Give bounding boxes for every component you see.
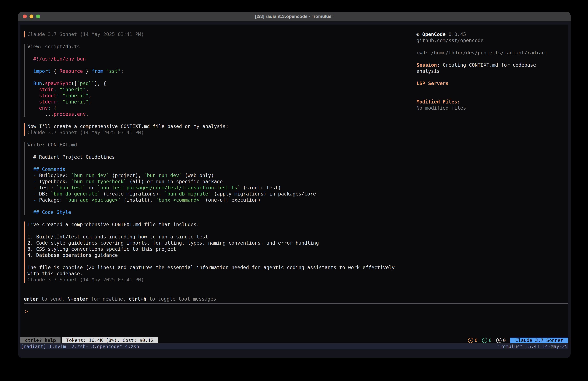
text-line: The file is concise (20 lines) and captu… (27, 265, 395, 270)
text-line: import { Resource } from "sst"; (27, 68, 124, 74)
minimize-button-icon[interactable] (30, 15, 33, 18)
text-line: 2. Code style guidelines covering import… (27, 240, 395, 246)
text-line: Modified Files: (417, 99, 570, 105)
window-title: [2/3] radiant:3:opencode - "romulus" (255, 14, 334, 19)
text-line: - Package: `bun add <package>` (install)… (27, 197, 316, 203)
text-line: LSP Servers (417, 80, 570, 87)
text-line: - Build/Dev: `bun run dev` (project), `b… (27, 172, 316, 179)
text-line (417, 93, 570, 99)
text-line (27, 50, 124, 56)
text-line (417, 56, 570, 62)
text-line: # Radiant Project Guidelines (27, 154, 316, 160)
text-line (417, 87, 570, 93)
session-sidebar: © OpenCode 0.0.45github.com/sst/opencode… (417, 31, 570, 111)
text-line (27, 148, 316, 154)
text-line: ## Code Style (27, 209, 316, 215)
text-line: env: { (27, 105, 124, 111)
text-line (27, 258, 395, 265)
tool-output-block-view: View: script/db.ts #!/usr/bin/env bun im… (24, 44, 124, 117)
text-line: Claude 3.7 Sonnet (14 May 2025 03:41 PM) (27, 31, 144, 37)
text-line: #!/usr/bin/env bun (27, 56, 124, 62)
text-line: cwd: /home/thdxr/dev/projects/radiant/ra… (417, 50, 570, 56)
text-line: stderr: "inherit", (27, 99, 124, 105)
text-line: I've created a comprehensive CONTEXT.md … (27, 222, 395, 228)
text-line: Session: Creating CONTEXT.md for codebas… (417, 62, 570, 68)
help-chip: ctrl+? help (20, 337, 61, 343)
indicator-count: 0 (475, 337, 478, 343)
warnings-indicator: w0 (468, 337, 478, 343)
indicator-count: 0 (489, 337, 491, 343)
text-line: Claude 3.7 Sonnet (14 May 2025 03:41 PM) (27, 277, 395, 283)
model-badge: Claude 3.7 Sonnet (510, 337, 568, 343)
text-line (27, 228, 395, 234)
w-circle-icon: w (468, 338, 473, 343)
text-line (27, 160, 316, 166)
assistant-message-block: I've created a comprehensive CONTEXT.md … (24, 222, 395, 283)
text-line (27, 203, 316, 209)
tmux-window-list[interactable]: [radiant] 1:nvim 2:zsh- 3:opencode* 4:zs… (20, 344, 139, 349)
text-line (27, 74, 124, 80)
tool-output-block-write: Write: CONTEXT.md # Radiant Project Guid… (24, 142, 316, 215)
text-line: github.com/sst/opencode (417, 37, 570, 44)
terminal-window: [2/3] radiant:3:opencode - "romulus" Cla… (18, 12, 570, 358)
text-line (417, 44, 570, 50)
prompt-input[interactable]: > (25, 308, 28, 314)
tmux-session-info: "romulus" 15:41 14-May-25 (497, 344, 568, 349)
text-line (27, 62, 124, 68)
text-line: - TypeCheck: `bun run typecheck` (all) o… (27, 179, 316, 185)
status-right-group: w0i0h0 Claude 3.7 Sonnet (468, 337, 568, 343)
h-circle-icon: h (496, 338, 502, 343)
i-circle-icon: i (482, 338, 487, 343)
text-line: stdout: "inherit", (27, 93, 124, 99)
status-left-chips: ctrl+? help Tokens: 16.4K (8%), Cost: $0… (20, 337, 158, 343)
text-line (417, 74, 570, 80)
desktop: [2/3] radiant:3:opencode - "romulus" Cla… (0, 0, 588, 381)
close-button-icon[interactable] (23, 15, 27, 18)
tmux-status-bar: [radiant] 1:nvim 2:zsh- 3:opencode* 4:zs… (20, 343, 568, 349)
opencode-app: Claude 3.7 Sonnet (14 May 2025 03:41 PM)… (20, 24, 568, 349)
chat-scroll-region[interactable]: Claude 3.7 Sonnet (14 May 2025 03:41 PM)… (24, 31, 395, 283)
zoom-button-icon[interactable] (36, 15, 40, 18)
keybind-hint: enter to send, \+enter for newline, ctrl… (24, 296, 216, 302)
traffic-lights (23, 12, 40, 21)
text-line: with this codebase. (27, 270, 395, 277)
window-titlebar: [2/3] radiant:3:opencode - "romulus" (18, 12, 570, 21)
assistant-message-block: Claude 3.7 Sonnet (14 May 2025 03:41 PM) (24, 31, 144, 37)
indicator-count: 0 (503, 337, 506, 343)
info-indicator: i0 (482, 337, 491, 343)
text-line: - DB: `bun db generate` (create migratio… (27, 191, 316, 197)
text-line: ...process.env, (27, 111, 124, 117)
text-line: 4. Database operations guidance (27, 252, 395, 258)
tokens-cost-chip: Tokens: 16.4K (8%), Cost: $0.12 (62, 337, 158, 343)
status-bar: ctrl+? help Tokens: 16.4K (8%), Cost: $0… (20, 337, 568, 343)
text-line: Now I'll create a comprehensive CONTEXT.… (27, 123, 229, 130)
text-line: 3. CSS styling conventions specific to t… (27, 246, 395, 252)
text-line: 1. Build/lint/test commands including ho… (27, 234, 395, 240)
text-line: View: script/db.ts (27, 44, 124, 50)
text-line: stdin: "inherit", (27, 87, 124, 93)
text-line: No modified files (417, 105, 570, 111)
prompt-symbol: > (25, 309, 28, 314)
hints-indicator: h0 (496, 337, 506, 343)
text-line: Claude 3.7 Sonnet (14 May 2025 03:41 PM) (27, 130, 229, 135)
text-line: Write: CONTEXT.md (27, 142, 316, 148)
text-line: ## Commands (27, 166, 316, 172)
text-line: analysis (417, 68, 570, 74)
text-line: Bun.spawnSync([`psql`], { (27, 80, 124, 87)
text-line: - Test: `bun test` or `bun test packages… (27, 185, 316, 191)
assistant-message-block: Now I'll create a comprehensive CONTEXT.… (24, 123, 229, 135)
text-line: © OpenCode 0.0.45 (417, 31, 570, 37)
input-divider (24, 303, 568, 304)
